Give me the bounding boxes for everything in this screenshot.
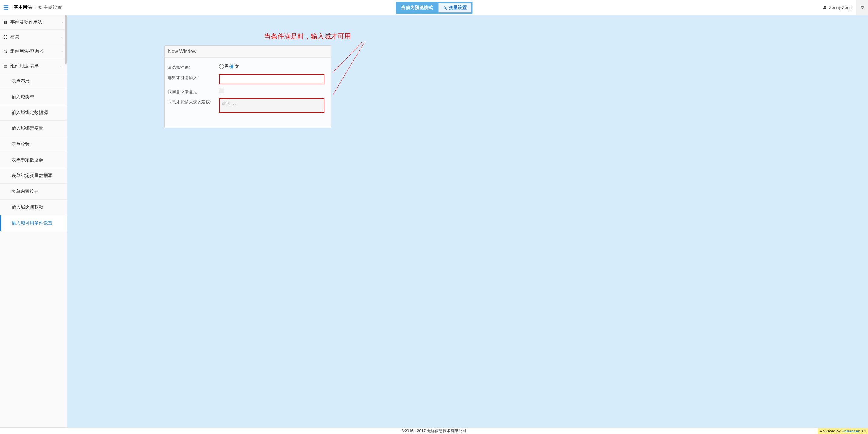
user-name-label: Zenny Zeng bbox=[829, 5, 851, 10]
chevron-down-icon: ⌄ bbox=[60, 64, 63, 68]
preview-mode-label: 当前为预览模式 bbox=[397, 3, 437, 12]
breadcrumb: 基本用法 › 主题设置 bbox=[13, 4, 62, 10]
menu-toggle-button[interactable] bbox=[0, 4, 12, 10]
copyright-text: ©2016 - 2017 无远信息技术有限公司 bbox=[402, 428, 466, 434]
radio-female-wrap[interactable]: 女 bbox=[229, 64, 239, 69]
wrench-icon bbox=[443, 6, 447, 10]
agree-checkbox[interactable] bbox=[219, 88, 224, 93]
svg-rect-9 bbox=[4, 65, 7, 66]
user-icon bbox=[823, 5, 827, 10]
preview-mode-bar: 当前为预览模式 变量设置 bbox=[396, 2, 472, 13]
top-settings-button[interactable] bbox=[856, 0, 868, 15]
powered-by-badge: Powered by Ξnhancer 3.1 bbox=[818, 428, 868, 434]
svg-rect-1 bbox=[4, 7, 9, 8]
sidebar-group-label: 布局 bbox=[10, 34, 20, 40]
sidebar-group-label: 组件用法-查询器 bbox=[10, 49, 43, 54]
male-text-input[interactable] bbox=[219, 74, 324, 84]
sidebar-item-input-enable-cond[interactable]: 输入域可用条件设置 bbox=[0, 215, 67, 231]
menu-icon bbox=[3, 4, 9, 10]
expand-icon bbox=[3, 35, 8, 39]
suggest-textarea[interactable] bbox=[219, 98, 324, 113]
label-gender: 请选择性别: bbox=[167, 64, 219, 70]
label-agree: 我同意反馈意见 bbox=[167, 88, 219, 95]
sidebar-item-input-bind-ds[interactable]: 输入域绑定数据源 bbox=[0, 105, 67, 121]
sidebar-item-form-bind-ds[interactable]: 表单绑定数据源 bbox=[0, 152, 67, 168]
window-title: New Window bbox=[164, 46, 331, 58]
svg-rect-10 bbox=[4, 67, 7, 67]
sidebar-item-input-type[interactable]: 输入域类型 bbox=[0, 89, 67, 105]
chevron-right-icon: › bbox=[62, 35, 63, 39]
svg-rect-4 bbox=[5, 22, 5, 23]
sidebar-item-form-validate[interactable]: 表单校验 bbox=[0, 137, 67, 152]
sidebar-group-form[interactable]: 组件用法-表单 ⌄ bbox=[0, 59, 67, 74]
radio-male-wrap[interactable]: 男 bbox=[219, 64, 229, 69]
user-menu[interactable]: Zenny Zeng bbox=[818, 0, 856, 15]
sidebar-group-label: 组件用法-表单 bbox=[10, 63, 39, 69]
sidebar-group-query[interactable]: 组件用法-查询器 › bbox=[0, 44, 67, 59]
annotation-line-1 bbox=[333, 42, 362, 73]
chevron-right-icon: › bbox=[62, 20, 63, 25]
sidebar-item-input-linkage[interactable]: 输入域之间联动 bbox=[0, 200, 67, 215]
annotation-line-2 bbox=[333, 42, 365, 95]
svg-line-7 bbox=[6, 52, 7, 53]
radio-female-label: 女 bbox=[235, 64, 239, 69]
radio-male-label: 男 bbox=[224, 64, 229, 69]
radio-male[interactable] bbox=[219, 64, 224, 69]
variable-settings-button[interactable]: 变量设置 bbox=[438, 3, 471, 12]
sidebar-scrollbar[interactable] bbox=[65, 15, 67, 64]
sidebar-group-events[interactable]: 事件及动作用法 › bbox=[0, 15, 67, 30]
gear-icon bbox=[38, 5, 42, 10]
annotation-text: 当条件满足时，输入域才可用 bbox=[264, 32, 351, 41]
content-area: 当条件满足时，输入域才可用 New Window 请选择性别: 男 女 bbox=[67, 15, 868, 427]
sidebar-item-form-builtin-btn[interactable]: 表单内置按钮 bbox=[0, 184, 67, 200]
form-window: New Window 请选择性别: 男 女 bbox=[164, 46, 332, 128]
sidebar-item-form-layout[interactable]: 表单布局 bbox=[0, 74, 67, 89]
cogs-icon bbox=[860, 5, 865, 10]
sidebar-item-form-bind-var-ds[interactable]: 表单绑定变量数据源 bbox=[0, 168, 67, 184]
svg-point-5 bbox=[5, 21, 6, 22]
breadcrumb-theme-link[interactable]: 主题设置 bbox=[38, 4, 62, 10]
svg-rect-0 bbox=[4, 5, 9, 6]
sidebar-item-input-bind-var[interactable]: 输入域绑定变量 bbox=[0, 121, 67, 137]
sidebar-group-layout[interactable]: 布局 › bbox=[0, 30, 67, 44]
breadcrumb-root: 基本用法 bbox=[13, 4, 32, 10]
label-suggest: 同意才能输入您的建议: bbox=[167, 98, 219, 105]
label-male-input: 选男才能请输入: bbox=[167, 74, 219, 81]
footer: ©2016 - 2017 无远信息技术有限公司 Powered by Ξnhan… bbox=[0, 427, 868, 434]
svg-rect-2 bbox=[4, 9, 9, 9]
chevron-right-icon: › bbox=[62, 50, 63, 54]
radio-female[interactable] bbox=[229, 64, 234, 69]
svg-rect-8 bbox=[4, 65, 7, 65]
sidebar-group-label: 事件及动作用法 bbox=[10, 20, 42, 25]
search-icon bbox=[3, 50, 8, 54]
breadcrumb-sep: › bbox=[34, 5, 36, 10]
form-icon bbox=[3, 64, 8, 68]
info-icon bbox=[3, 20, 8, 25]
sidebar: 事件及动作用法 › 布局 › 组件用法-查询器 › 组件用法-表单 ⌄ 表单布局… bbox=[0, 15, 67, 427]
svg-point-6 bbox=[4, 50, 6, 52]
